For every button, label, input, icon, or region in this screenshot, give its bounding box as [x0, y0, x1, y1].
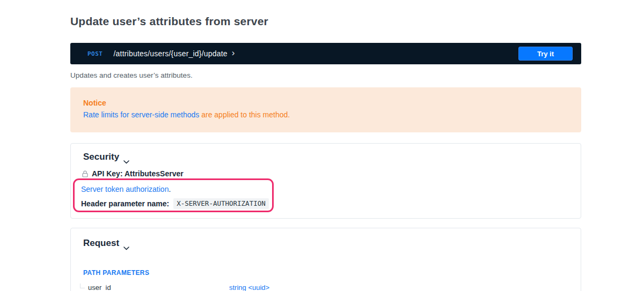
http-method-badge: POST	[87, 50, 103, 57]
request-heading-label: Request	[83, 238, 119, 249]
chevron-right-icon: ›	[232, 49, 235, 57]
api-key-label: API Key: AttributesServer	[92, 169, 184, 178]
notice-body-text: are applied to this method.	[199, 110, 290, 119]
api-doc-content: Update user’s attributes from server POS…	[70, 0, 581, 291]
table-row: user_id string <uuid>	[80, 283, 563, 291]
path-parameters-label: PATH PARAMETERS	[83, 269, 149, 277]
param-name-label: user_id	[88, 283, 111, 291]
server-token-authorization-link[interactable]: Server token authorization	[81, 185, 169, 193]
auth-period: .	[169, 185, 171, 193]
auth-line: Server token authorization.	[81, 185, 171, 193]
header-parameter-label: Header parameter name:	[81, 199, 169, 208]
tree-connector	[80, 283, 85, 288]
endpoint-path: /attributes/users/{user_id}/update	[114, 49, 228, 58]
chevron-down-icon	[123, 242, 129, 246]
param-name: user_id	[80, 283, 229, 291]
chevron-down-icon	[123, 156, 129, 160]
request-section-header[interactable]: Request	[83, 238, 129, 249]
header-parameter-value: X-SERVER-AUTHORIZATION	[173, 198, 269, 209]
request-section-card: Request PATH PARAMETERS user_id string <…	[70, 228, 581, 291]
try-it-button[interactable]: Try it	[518, 47, 573, 61]
api-key-line: API Key: AttributesServer	[82, 169, 184, 178]
endpoint-bar[interactable]: POST /attributes/users/{user_id}/update …	[70, 43, 581, 64]
endpoint-description: Updates and creates user’s attributes.	[70, 71, 193, 79]
notice-title: Notice	[83, 99, 568, 107]
param-type: string <uuid>	[229, 283, 269, 291]
lock-icon	[82, 170, 88, 177]
security-heading-label: Security	[83, 152, 119, 162]
notice-body: Rate limits for server-side methods are …	[83, 110, 568, 119]
page-title: Update user’s attributes from server	[70, 15, 268, 28]
header-parameter-line: Header parameter name: X-SERVER-AUTHORIZ…	[81, 198, 269, 209]
rate-limits-link[interactable]: Rate limits for server-side methods	[83, 110, 199, 119]
security-section-header[interactable]: Security	[83, 152, 129, 162]
security-section-card: Security API Key: AttributesServer Serve…	[70, 143, 581, 219]
notice-callout: Notice Rate limits for server-side metho…	[70, 87, 581, 132]
